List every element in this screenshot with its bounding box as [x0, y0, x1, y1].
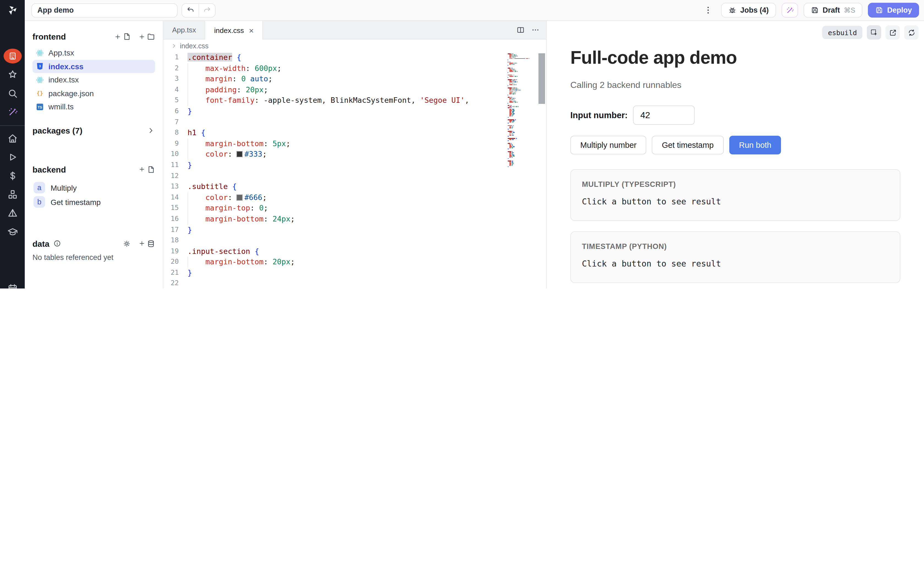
code-line-2: 2 max-width: 600px;: [163, 63, 546, 74]
code-editor[interactable]: 1.container {2 max-width: 600px;3 margin…: [163, 52, 546, 288]
file-item-package.json[interactable]: {}package.json: [32, 87, 155, 100]
editor-tab-bar: App.tsxindex.css×: [163, 21, 546, 40]
line-number: 20: [163, 257, 179, 268]
rail-item-calendar[interactable]: [7, 283, 18, 288]
backend-item-multiply[interactable]: aMultiply: [32, 181, 155, 195]
windmill-logo[interactable]: [0, 0, 25, 21]
graduation-cap-icon: [7, 226, 18, 237]
token: color: [205, 193, 228, 201]
file-name: wmill.ts: [48, 103, 74, 111]
magic-wand-icon: [785, 6, 794, 15]
line-number: 4: [163, 85, 179, 95]
file-item-wmill.ts[interactable]: TSwmill.ts: [32, 100, 155, 113]
play-icon: [7, 152, 18, 163]
token: -apple-system, BlinkMacSystemFont,: [263, 96, 420, 105]
add-table-button[interactable]: [139, 239, 155, 248]
draft-label: Draft: [822, 6, 840, 14]
top-bar: App demo Jobs (4) Draft ⌘S Deploy: [0, 0, 924, 21]
split-editor-button[interactable]: [517, 26, 525, 34]
rail-item-graduation-cap[interactable]: [7, 226, 18, 237]
plus-icon: [139, 240, 145, 247]
backend-item-get-timestamp[interactable]: bGet timestamp: [32, 195, 155, 209]
deploy-button[interactable]: Deploy: [868, 3, 919, 18]
jobs-button[interactable]: Jobs (4): [721, 3, 776, 18]
line-number: 16: [163, 214, 179, 224]
chevron-right-icon: [171, 43, 177, 49]
rail-item-home[interactable]: [7, 133, 18, 144]
external-link-icon: [888, 28, 897, 37]
select-element-button[interactable]: [867, 25, 881, 40]
token: [187, 96, 205, 105]
app-button-get-timestamp[interactable]: Get timestamp: [652, 136, 724, 155]
deploy-label: Deploy: [887, 6, 912, 14]
workspace-button[interactable]: [3, 48, 21, 63]
rail-item-star[interactable]: [7, 69, 18, 80]
react-file-icon: [36, 76, 44, 84]
line-number: 15: [163, 203, 179, 214]
app-subtitle: Calling 2 backend runnables: [570, 80, 900, 90]
file-item-index.tsx[interactable]: index.tsx: [32, 73, 155, 87]
select-cursor-icon: [870, 28, 878, 37]
token: [187, 74, 205, 83]
tab-label: index.css: [214, 26, 244, 34]
token: padding: [205, 85, 237, 94]
vertical-scrollbar[interactable]: [537, 52, 546, 288]
code-line-6: 6}: [163, 106, 546, 117]
cubes-icon: [7, 189, 18, 200]
token: }: [187, 225, 192, 234]
editor-more-button[interactable]: [531, 26, 540, 34]
line-content: font-family: -apple-system, BlinkMacSyst…: [187, 95, 469, 106]
rail-item-dollar[interactable]: [7, 170, 18, 181]
rail-item-play[interactable]: [7, 152, 18, 163]
token: auto: [250, 74, 268, 83]
rail-item-wand[interactable]: [7, 106, 18, 118]
add-file-button[interactable]: [115, 32, 131, 41]
close-tab-icon[interactable]: ×: [249, 26, 254, 34]
draft-button[interactable]: Draft ⌘S: [803, 3, 863, 18]
packages-section[interactable]: packages (7): [32, 126, 155, 135]
refresh-preview-button[interactable]: [904, 25, 919, 40]
file-icon: [123, 32, 131, 41]
code-line-12: 12: [163, 171, 546, 181]
more-menu-button[interactable]: [702, 3, 714, 17]
app-name-input[interactable]: App demo: [31, 3, 178, 17]
rail-item-pyramid[interactable]: [7, 208, 18, 219]
token: [233, 53, 237, 61]
token: [187, 139, 205, 148]
vertical-scrollbar-thumb[interactable]: [538, 53, 545, 104]
code-line-4: 4 padding: 20px;: [163, 85, 546, 95]
rail-item-cubes[interactable]: [7, 189, 18, 200]
token: .subtitle: [187, 182, 228, 191]
line-content: }: [187, 160, 192, 171]
data-settings-button[interactable]: [123, 239, 131, 248]
result-card: TIMESTAMP (PYTHON)Click a button to see …: [570, 231, 900, 283]
workspace-pill: [3, 48, 21, 63]
tab-index.css[interactable]: index.css×: [205, 21, 263, 40]
minimap[interactable]: [508, 52, 537, 288]
token: [197, 128, 201, 137]
undo-button[interactable]: [182, 3, 199, 17]
redo-button[interactable]: [199, 3, 215, 17]
file-item-index.css[interactable]: 3index.css: [32, 60, 155, 73]
code-line-22: 22: [163, 278, 546, 288]
file-name: package.json: [48, 89, 94, 98]
ts-file-icon: TS: [36, 103, 44, 111]
app-buttons-row: Multiply numberGet timestampRun both: [570, 136, 900, 155]
line-content: margin-bottom: 20px;: [187, 257, 295, 268]
app-button-multiply-number[interactable]: Multiply number: [570, 136, 646, 155]
app-button-run-both[interactable]: Run both: [729, 136, 781, 155]
rail-item-search[interactable]: [7, 88, 18, 99]
number-input[interactable]: 42: [633, 105, 695, 125]
add-runnable-button[interactable]: [139, 165, 155, 173]
redo-icon: [203, 6, 211, 14]
line-content: padding: 20px;: [187, 85, 268, 95]
token: :: [246, 63, 255, 72]
file-item-App.tsx[interactable]: App.tsx: [32, 46, 155, 60]
ai-wand-button[interactable]: [781, 3, 798, 18]
token: ;: [263, 204, 268, 213]
breadcrumb-file[interactable]: index.css: [180, 42, 208, 50]
add-folder-button[interactable]: [139, 32, 155, 41]
tab-App.tsx[interactable]: App.tsx: [163, 21, 205, 39]
line-content: color: #333;: [187, 149, 267, 160]
open-preview-button[interactable]: [885, 25, 900, 40]
